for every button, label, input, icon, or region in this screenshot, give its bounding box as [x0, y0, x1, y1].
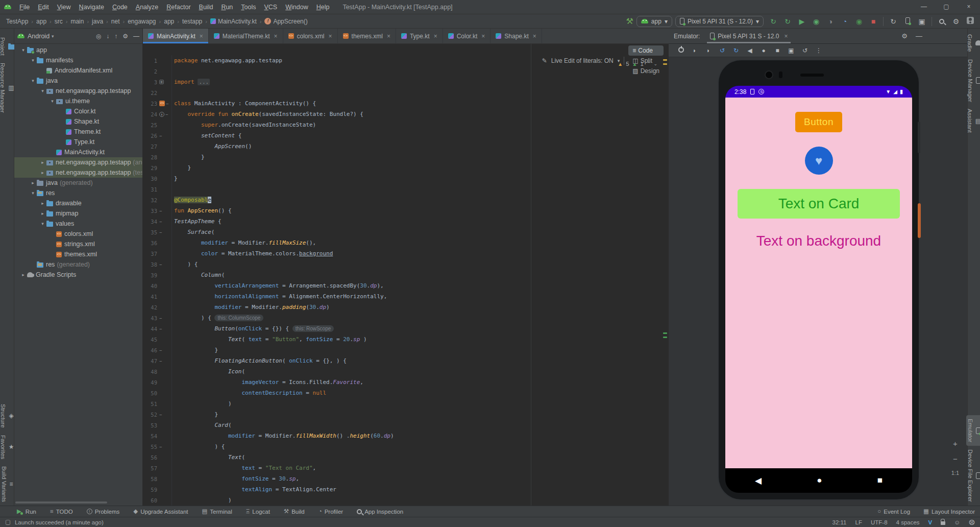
tab-themes-xml[interactable]: themes.xml×: [338, 29, 396, 43]
code-line[interactable]: 23−class MainActivity : ComponentActivit…: [143, 98, 669, 109]
tool-button-device-file-explorer[interactable]: Device File Explorer: [966, 446, 980, 506]
tab-color-kt[interactable]: Color.kt×: [443, 29, 491, 43]
tree-horizontal-scrollbar[interactable]: [15, 501, 107, 504]
tool-button-emulator[interactable]: Emulator: [966, 415, 980, 446]
breadcrumb-item[interactable]: net: [110, 18, 121, 25]
tree-item[interactable]: ▾res: [14, 188, 142, 198]
code-line[interactable]: 43− ) { this: ColumnScope: [143, 313, 669, 323]
tree-settings-icon[interactable]: ⚙: [122, 33, 128, 40]
code-line[interactable]: 41 horizontalAlignment = Alignment.Cente…: [143, 291, 669, 302]
fold-collapse-icon[interactable]: −: [159, 358, 162, 364]
tree-item[interactable]: ▸net.engawapg.app.testapp(test): [14, 167, 142, 178]
breadcrumb-item[interactable]: engawapg: [127, 18, 157, 25]
fold-collapse-icon[interactable]: −: [159, 444, 162, 449]
indent-setting[interactable]: 4 spaces: [896, 519, 920, 525]
chevron-down-icon[interactable]: ▾: [29, 78, 37, 83]
code-line[interactable]: 45 Text( text = "Button", fontSize = 20.…: [143, 334, 669, 345]
code-line[interactable]: 48 Icon(: [143, 366, 669, 377]
profile-avatar-icon[interactable]: [964, 17, 977, 26]
tree-item[interactable]: ▾manifests: [14, 55, 142, 65]
tree-item[interactable]: ▸Gradle Scripts: [14, 270, 142, 280]
code-line[interactable]: 28 }: [143, 152, 669, 162]
code-line[interactable]: 29 }: [143, 162, 669, 173]
tool-button-resource-manager[interactable]: ▥Resource Manager: [0, 59, 15, 116]
tool-button-run[interactable]: ▶Run: [17, 508, 36, 515]
zoom-out-button[interactable]: −: [953, 454, 958, 463]
tool-button-layout-inspector[interactable]: ▦Layout Inspector: [923, 509, 975, 515]
tree-item[interactable]: res(generated): [14, 259, 142, 270]
code-line[interactable]: 31: [143, 184, 669, 195]
chevron-right-icon[interactable]: ▸: [39, 160, 46, 165]
breadcrumb-item[interactable]: java: [91, 18, 104, 25]
device-manager-icon[interactable]: [901, 17, 914, 26]
nav-overview-button[interactable]: ■: [877, 475, 883, 486]
code-line[interactable]: 3+import ...: [143, 77, 669, 87]
code-line[interactable]: 30}: [143, 173, 669, 184]
code-line[interactable]: 58 fontSize = 30.sp,: [143, 473, 669, 484]
tool-button-assistant[interactable]: ▤Assistant: [966, 105, 980, 136]
menu-edit[interactable]: Edit: [34, 4, 53, 11]
tree-item[interactable]: themes.xml: [14, 249, 142, 259]
code-line[interactable]: 40 verticalArrangement = Arrangement.spa…: [143, 280, 669, 291]
fold-collapse-icon[interactable]: −: [159, 230, 162, 235]
tree-item[interactable]: ▾ui.theme: [14, 96, 142, 106]
device-screen[interactable]: 2:38 S ▼ ◢ ▮ Button ♥: [725, 86, 912, 493]
tree-item[interactable]: AndroidManifest.xml: [14, 65, 142, 76]
fold-collapse-icon[interactable]: −: [159, 316, 162, 321]
fold-expand-icon[interactable]: +: [159, 80, 164, 84]
chevron-down-icon[interactable]: ▾: [48, 99, 56, 104]
tool-button-favorites[interactable]: ★Favorites: [0, 432, 15, 463]
file-encoding[interactable]: UTF-8: [871, 519, 888, 525]
back-icon[interactable]: ◀: [744, 47, 756, 54]
tab-type-kt[interactable]: Type.kt×: [396, 29, 443, 43]
run-icon[interactable]: ▶: [795, 17, 808, 26]
code-line[interactable]: 37 color = MaterialTheme.colors.backgrou…: [143, 248, 669, 259]
screenshot-icon[interactable]: ▣: [785, 47, 797, 54]
tool-button-event-log[interactable]: ○Event Log: [877, 509, 910, 515]
chevron-down-icon[interactable]: ▾: [29, 190, 37, 196]
emulator-device-tab[interactable]: Pixel 5 API 31 S - 12.0 ×: [707, 29, 791, 43]
line-separator[interactable]: LF: [855, 519, 862, 525]
locate-file-icon[interactable]: ◎: [96, 33, 101, 40]
settings-icon[interactable]: ⚙: [949, 17, 963, 26]
breadcrumb-item[interactable]: TestApp: [5, 18, 29, 25]
tool-button-structure[interactable]: ◈Structure: [0, 400, 15, 432]
fold-collapse-icon[interactable]: −: [159, 348, 162, 353]
editor-body[interactable]: 1package net.engawapg.app.testapp23+impo…: [143, 44, 669, 506]
tree-item[interactable]: ▾values: [14, 219, 142, 229]
stop-icon[interactable]: ■: [867, 17, 880, 26]
chevron-right-icon[interactable]: ▸: [39, 211, 46, 216]
debug-icon[interactable]: ◉: [810, 17, 823, 26]
apply-code-changes-icon[interactable]: ↻: [781, 17, 794, 26]
code-line[interactable]: 55− ) {: [143, 441, 669, 452]
close-icon[interactable]: ×: [200, 33, 203, 40]
tool-button-app-inspection[interactable]: App Inspection: [357, 509, 403, 515]
emulator-settings-icon[interactable]: ⚙: [901, 32, 908, 40]
menu-analyze[interactable]: Analyze: [132, 4, 162, 11]
code-line[interactable]: 32@Composable: [143, 195, 669, 205]
lock-icon[interactable]: [941, 519, 945, 526]
gradle-sync-icon[interactable]: ↻: [887, 17, 900, 26]
code-line[interactable]: 56 Text(: [143, 452, 669, 463]
menu-build[interactable]: Build: [195, 4, 217, 11]
code-view[interactable]: 1package net.engawapg.app.testapp23+impo…: [143, 55, 669, 506]
breadcrumb-item[interactable]: testapp: [181, 18, 203, 25]
chevron-right-icon[interactable]: ▸: [39, 170, 46, 175]
hide-emulator-icon[interactable]: —: [916, 32, 922, 40]
overview-icon[interactable]: ■: [771, 47, 783, 54]
menu-file[interactable]: File: [15, 4, 34, 11]
code-line[interactable]: 57 text = "Text on Card",: [143, 463, 669, 473]
minimize-button[interactable]: —: [913, 0, 935, 14]
floating-action-button[interactable]: ♥: [805, 147, 833, 175]
menu-view[interactable]: View: [53, 4, 75, 11]
fold-collapse-icon[interactable]: −: [159, 262, 162, 267]
close-icon[interactable]: ×: [274, 33, 278, 40]
zoom-reset-button[interactable]: 1:1: [951, 470, 959, 476]
breadcrumb-item[interactable]: app: [35, 18, 47, 25]
tree-item[interactable]: ▸java(generated): [14, 178, 142, 188]
tree-item[interactable]: strings.xml: [14, 239, 142, 249]
nav-back-button[interactable]: ◀: [755, 475, 762, 486]
tree-item[interactable]: MainActivity.kt: [14, 147, 142, 157]
fold-collapse-icon[interactable]: −: [165, 112, 168, 117]
highlight-level-happy-icon[interactable]: ☺: [954, 519, 960, 525]
